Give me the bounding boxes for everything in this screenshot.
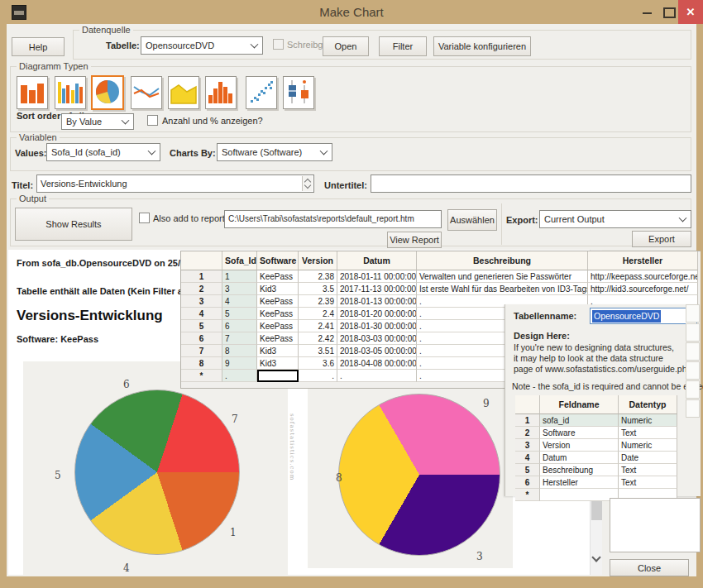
grid-cell[interactable]: Kid3 xyxy=(257,357,299,370)
grid-header-cell[interactable]: Sofa_Id xyxy=(222,251,257,270)
grid-cell[interactable]: Text xyxy=(619,464,677,476)
show-counts-checkbox[interactable] xyxy=(147,115,158,126)
scrollbar-thumb[interactable] xyxy=(591,499,602,520)
chart-type-area-button[interactable] xyxy=(168,76,199,109)
grid-cell[interactable]: . xyxy=(337,370,417,382)
grid-cell[interactable]: KeePass xyxy=(257,320,299,332)
grid-header-cell[interactable]: Feldname xyxy=(540,395,619,414)
grid-cell[interactable]: 2 xyxy=(181,283,222,295)
title-bar[interactable]: Make Chart ✕ xyxy=(0,0,703,24)
grid-header-cell[interactable]: Software xyxy=(257,251,299,270)
grid-cell[interactable]: 4 xyxy=(222,295,257,308)
open-button[interactable]: Open xyxy=(323,36,369,56)
filter-button[interactable]: Filter xyxy=(379,36,427,56)
grid-cell[interactable]: 4 xyxy=(181,308,222,320)
grid-cell[interactable]: Kid3 xyxy=(257,283,299,295)
table-combobox[interactable]: OpensourceDVD xyxy=(141,36,263,55)
minimize-button[interactable] xyxy=(637,0,658,24)
grid-cell[interactable]: 3 xyxy=(222,283,257,295)
grid-cell[interactable]: Software xyxy=(540,427,619,439)
grid-cell[interactable]: 2018-03-05 00:00:00 xyxy=(337,345,417,357)
grid-cell[interactable]: 2018-01-13 00:00:00 xyxy=(337,295,417,308)
grid-cell[interactable]: 6 xyxy=(515,476,540,489)
also-add-checkbox[interactable] xyxy=(139,213,150,223)
view-report-button[interactable]: View Report xyxy=(387,232,442,248)
chart-type-scatterplot-button[interactable] xyxy=(246,76,277,109)
grid-cell[interactable]: 2.4 xyxy=(299,308,337,320)
chart-type-bar-button[interactable] xyxy=(17,76,48,109)
scroll-down-arrow-icon[interactable] xyxy=(591,552,600,562)
grid-cell[interactable]: Hersteller xyxy=(540,476,619,489)
grid-cell[interactable]: Ist erste Wahl für das Bearbeiten von ID… xyxy=(417,283,588,295)
grid-cell[interactable]: Date xyxy=(619,452,677,464)
grid-cell[interactable]: 6 xyxy=(181,332,222,345)
grid-cell[interactable]: 2.41 xyxy=(299,320,337,332)
grid-cell[interactable]: KeePass xyxy=(257,332,299,345)
grid-header-cell[interactable] xyxy=(515,395,540,414)
grid-cell[interactable]: KeePass xyxy=(257,270,299,283)
grid-header-cell[interactable]: Hersteller xyxy=(588,251,698,270)
grid-cell[interactable]: 9 xyxy=(222,357,257,370)
grid-cell[interactable]: 5 xyxy=(181,320,222,332)
show-results-button[interactable]: Show Results xyxy=(15,208,132,241)
sort-order-combobox[interactable]: By Value xyxy=(61,113,134,130)
maximize-button[interactable] xyxy=(658,0,678,24)
chart-type-clustered-bar-button[interactable] xyxy=(55,76,86,109)
grid-cell[interactable]: 2 xyxy=(515,427,540,439)
configure-variables-button[interactable]: Variable konfigurieren xyxy=(433,36,531,56)
grid-cell[interactable]: Datum xyxy=(540,452,619,464)
grid-header-cell[interactable]: Datentyp xyxy=(619,395,677,414)
grid-cell[interactable]: 2.39 xyxy=(299,295,337,308)
grid-cell[interactable]: 3.6 xyxy=(299,357,337,370)
chart-type-line-button[interactable] xyxy=(131,76,162,109)
choose-report-button[interactable]: Auswählen xyxy=(447,209,497,231)
grid-header-cell[interactable]: Beschreibung xyxy=(417,251,588,270)
close-button[interactable]: Close xyxy=(610,559,689,576)
grid-cell[interactable]: 3 xyxy=(181,295,222,308)
subtitle-input[interactable] xyxy=(371,174,691,193)
grid-cell[interactable]: 8 xyxy=(181,357,222,370)
grid-cell[interactable]: 1 xyxy=(515,414,540,427)
grid-cell[interactable]: http://keepass.sourceforge.net/ xyxy=(588,270,698,283)
grid-header-cell[interactable]: Datum xyxy=(337,251,417,270)
grid-cell[interactable]: 5 xyxy=(222,308,257,320)
grid-cell[interactable]: 2.42 xyxy=(299,332,337,345)
grid-cell[interactable]: Verwalten und generieren Sie Passwörter xyxy=(417,270,588,283)
grid-cell[interactable]: 4 xyxy=(515,452,540,464)
grid-cell[interactable]: Numeric xyxy=(619,439,677,452)
export-button[interactable]: Export xyxy=(632,231,691,247)
help-button[interactable]: Help xyxy=(12,37,65,56)
grid-cell[interactable]: Text xyxy=(619,427,677,439)
grid-header-cell[interactable]: Version xyxy=(299,251,337,270)
grid-cell[interactable]: 1 xyxy=(222,270,257,283)
grid-cell[interactable]: Version xyxy=(540,439,619,452)
grid-cell[interactable]: 2018-01-30 00:00:00 xyxy=(337,320,417,332)
grid-cell[interactable]: 2018-01-20 00:00:00 xyxy=(337,308,417,320)
title-input[interactable]: Versions-Entwicklung xyxy=(36,174,314,193)
grid-cell[interactable]: . xyxy=(222,370,257,382)
grid-cell[interactable]: 3.5 xyxy=(299,283,337,295)
report-path-input[interactable]: C:\Users\Trabi\sofastats\reports\default… xyxy=(224,210,442,228)
chart-type-histogram-button[interactable] xyxy=(205,76,237,109)
grid-cell[interactable]: * xyxy=(181,370,222,382)
grid-cell[interactable]: sofa_id xyxy=(540,414,619,427)
grid-cell[interactable]: http://kid3.sourceforge.net/ xyxy=(588,283,698,295)
grid-cell[interactable]: 3 xyxy=(515,439,540,452)
grid-cell[interactable]: * xyxy=(515,489,540,501)
grid-cell[interactable]: Numeric xyxy=(619,414,677,427)
readonly-checkbox[interactable] xyxy=(273,39,284,50)
title-spinner[interactable] xyxy=(302,176,313,191)
charts-by-combobox[interactable]: Software (Software) xyxy=(217,143,332,161)
grid-header-cell[interactable] xyxy=(181,251,222,270)
grid-cell[interactable]: 5 xyxy=(515,464,540,476)
grid-cell[interactable]: 2018-01-11 00:00:00 xyxy=(337,270,417,283)
values-combobox[interactable]: Sofa_Id (sofa_id) xyxy=(46,143,160,161)
chart-type-pie-button[interactable] xyxy=(91,75,124,110)
table-name-input[interactable]: OpensourceDVD xyxy=(590,308,697,324)
chart-type-boxplot-button[interactable] xyxy=(283,76,314,109)
export-combobox[interactable]: Current Output xyxy=(539,210,691,228)
grid-cell[interactable] xyxy=(540,489,619,501)
grid-cell[interactable]: 2017-11-13 00:00:00 xyxy=(337,283,417,295)
grid-cell[interactable]: Text xyxy=(619,476,677,489)
grid-cell[interactable]: 2018-04-08 00:00:00 xyxy=(337,357,417,370)
